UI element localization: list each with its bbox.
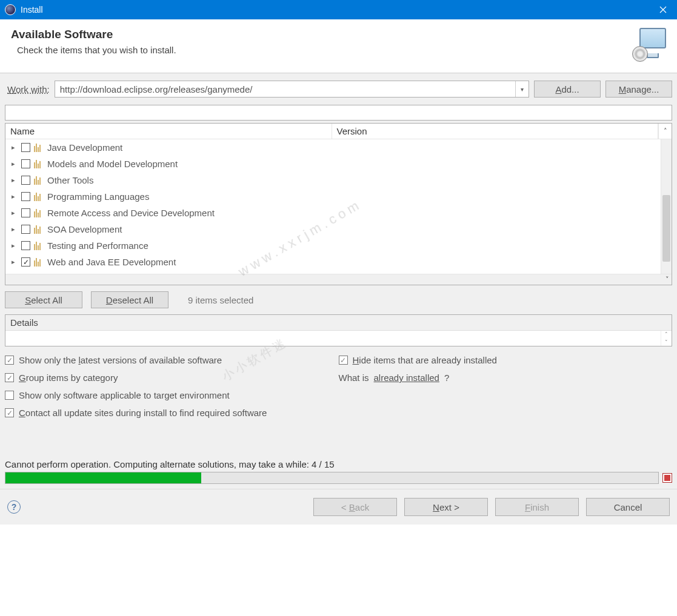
column-name[interactable]: Name [5, 124, 332, 139]
checkbox[interactable] [5, 356, 14, 365]
tree-item-label: Web and Java EE Development [47, 257, 176, 267]
category-icon [34, 193, 44, 201]
eclipse-icon [5, 4, 16, 15]
expander-icon[interactable]: ▸ [12, 258, 19, 266]
category-icon [34, 160, 44, 168]
selection-count: 9 items selected [177, 295, 253, 305]
work-with-label: Work with: [5, 84, 50, 94]
expander-icon[interactable]: ▸ [12, 242, 19, 250]
tree-row[interactable]: ▸Testing and Performance [5, 237, 661, 254]
checkbox[interactable] [21, 225, 30, 234]
details-panel: Details ˄˅ [5, 314, 672, 346]
tree-item-label: Testing and Performance [47, 240, 148, 251]
scroll-up-icon[interactable]: ˄ [658, 124, 672, 139]
select-all-button[interactable]: Select All [5, 291, 82, 308]
details-label: Details [5, 315, 672, 330]
checkbox[interactable] [5, 391, 14, 400]
checkbox[interactable] [5, 373, 14, 382]
scroll-down-icon[interactable]: ˅ [5, 274, 672, 285]
opt-contact[interactable]: Contact all update sites during install … [5, 408, 672, 418]
tree-item-label: Models and Model Development [47, 159, 178, 169]
next-button[interactable]: Next > [404, 498, 488, 516]
status-text: Cannot perform operation. Computing alte… [5, 459, 672, 472]
opt-latest[interactable]: Show only the latest versions of availab… [5, 355, 339, 365]
work-with-combo[interactable]: ▾ [55, 81, 529, 98]
category-icon [34, 225, 44, 234]
wizard-header: Available Software Check the items that … [0, 19, 677, 73]
tree-row[interactable]: ▸Programming Languages [5, 188, 661, 205]
window-title: Install [21, 5, 649, 15]
expander-icon[interactable]: ▸ [12, 209, 19, 217]
vertical-scrollbar[interactable] [661, 139, 672, 274]
back-button[interactable]: < Back [313, 498, 397, 516]
tree-item-label: Other Tools [47, 175, 93, 185]
checkbox[interactable] [21, 192, 30, 201]
tree-item-label: Programming Languages [47, 191, 149, 202]
install-banner-icon [632, 28, 666, 62]
checkbox[interactable] [21, 159, 30, 168]
expander-icon[interactable]: ▸ [12, 176, 19, 184]
selection-toolbar: Select All Deselect All 9 items selected [5, 291, 672, 308]
page-subtitle: Check the items that you wish to install… [11, 45, 632, 55]
close-button[interactable] [649, 0, 677, 19]
tree-row[interactable]: ▸Java Development [5, 139, 661, 156]
already-installed-link: What is already installed? [339, 373, 673, 383]
tree-row[interactable]: ▸Other Tools [5, 172, 661, 188]
expander-icon[interactable]: ▸ [12, 225, 19, 233]
category-icon [34, 242, 44, 250]
column-version[interactable]: Version [332, 124, 659, 139]
checkbox[interactable] [21, 176, 30, 185]
status-section: Cannot perform operation. Computing alte… [5, 429, 672, 484]
category-icon [34, 176, 44, 185]
add-button[interactable]: Add... [534, 81, 601, 98]
scrollbar-thumb[interactable] [662, 195, 670, 262]
checkbox[interactable] [21, 143, 30, 152]
tree-rows: ▸Java Development ▸Models and Model Deve… [5, 139, 661, 274]
details-scrollbar[interactable]: ˄˅ [661, 331, 672, 346]
expander-icon[interactable]: ▸ [12, 144, 19, 151]
category-icon [34, 258, 44, 267]
category-icon [34, 144, 44, 152]
titlebar: Install [0, 0, 677, 19]
opt-group[interactable]: Group items by category [5, 373, 339, 383]
work-with-row: Work with: ▾ Add... Manage... [5, 81, 672, 98]
tree-item-label: SOA Development [47, 224, 122, 234]
checkbox[interactable] [5, 408, 14, 417]
options-grid: Show only the latest versions of availab… [5, 355, 672, 418]
progress-bar [5, 472, 659, 484]
tree-header: Name Version ˄ [5, 124, 672, 139]
software-tree: Name Version ˄ ▸Java Development ▸Models… [5, 123, 672, 285]
page-title: Available Software [11, 28, 632, 41]
cancel-button[interactable]: Cancel [586, 498, 670, 516]
already-installed-anchor[interactable]: already installed [374, 373, 439, 383]
checkbox[interactable] [21, 208, 30, 217]
deselect-all-button[interactable]: Deselect All [91, 291, 168, 308]
details-text [5, 331, 661, 346]
tree-row[interactable]: ▸Models and Model Development [5, 156, 661, 172]
manage-button[interactable]: Manage... [605, 81, 672, 98]
filter-input[interactable] [5, 105, 672, 121]
wizard-body: Work with: ▾ Add... Manage... Name Versi… [0, 73, 677, 489]
tree-item-label: Remote Access and Device Development [47, 208, 215, 218]
progress-fill [5, 472, 201, 483]
close-icon [659, 6, 667, 13]
checkbox[interactable] [21, 241, 30, 250]
work-with-input[interactable] [55, 81, 515, 97]
button-bar: ? < Back Next > Finish Cancel [0, 489, 677, 525]
opt-hide[interactable]: Hide items that are already installed [339, 355, 673, 365]
stop-button[interactable] [662, 473, 672, 483]
checkbox[interactable]: ✓ [21, 257, 30, 267]
finish-button[interactable]: Finish [495, 498, 579, 516]
tree-item-label: Java Development [47, 142, 122, 153]
tree-row[interactable]: ▸✓Web and Java EE Development [5, 254, 661, 270]
checkbox[interactable] [339, 356, 348, 365]
tree-row[interactable]: ▸SOA Development [5, 221, 661, 237]
tree-row[interactable]: ▸Remote Access and Device Development [5, 205, 661, 221]
category-icon [34, 209, 44, 217]
help-button[interactable]: ? [7, 500, 21, 514]
opt-applicable[interactable]: Show only software applicable to target … [5, 390, 339, 400]
expander-icon[interactable]: ▸ [12, 193, 19, 200]
dropdown-icon[interactable]: ▾ [515, 81, 529, 97]
expander-icon[interactable]: ▸ [12, 160, 19, 168]
